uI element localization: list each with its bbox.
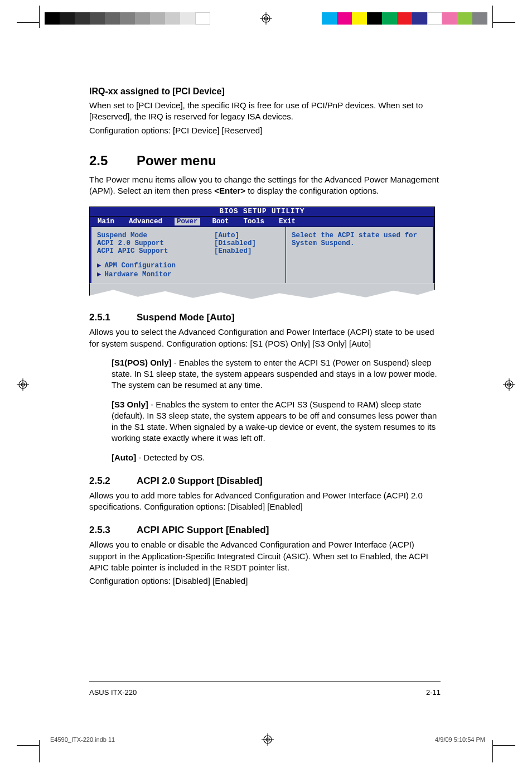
bios-tab-advanced: Advanced	[127, 218, 165, 225]
section-2-5-3-para2: Configuration options: [Disabled] [Enabl…	[89, 575, 441, 587]
irq-body-2: Configuration options: [PCI Device] [Res…	[89, 125, 441, 136]
section-2-5-2-title: 2.5.2ACPI 2.0 Support [Disabled]	[89, 476, 441, 487]
swatch	[412, 12, 427, 25]
option-s3: [S3 Only] - Enables the system to enter …	[112, 399, 441, 444]
swatch	[322, 12, 337, 25]
section-2-5-3-title: 2.5.3ACPI APIC Support [Enabled]	[89, 525, 441, 536]
section-num: 2.5.2	[89, 476, 137, 487]
bios-submenu-item: ▶Hardware Monitor	[97, 270, 280, 279]
enter-key-text: <Enter>	[214, 186, 245, 195]
swatch	[150, 12, 165, 25]
swatch	[165, 12, 180, 25]
bios-submenu-item: ▶APM Configuration	[97, 261, 280, 270]
bios-left-pane: Suspend Mode[Auto]ACPI 2.0 Support[Disab…	[90, 227, 286, 283]
bios-torn-edge	[89, 283, 435, 300]
bios-submenu-label: Hardware Monitor	[105, 271, 172, 279]
section-num: 2.5.3	[89, 525, 137, 536]
swatch	[427, 12, 442, 25]
swatch	[45, 12, 60, 25]
registration-mark-icon	[503, 378, 515, 391]
bios-title: BIOS SETUP UTILITY	[89, 207, 435, 216]
bios-setting-row: ACPI APIC Support[Enabled]	[97, 247, 280, 255]
section-name: ACPI 2.0 Support [Disabled]	[137, 476, 263, 486]
bios-tab-boot: Boot	[210, 218, 231, 225]
swatch	[457, 12, 472, 25]
swatch	[195, 12, 210, 25]
bios-tab-power: Power	[175, 218, 200, 225]
gray-color-bar	[45, 12, 210, 25]
swatch	[337, 12, 352, 25]
bios-setting-value: [Enabled]	[214, 247, 252, 255]
section-2-5-3-para1: Allows you to enable or disable the Adva…	[89, 539, 441, 573]
section-2-5-1-title: 2.5.1Suspend Mode [Auto]	[89, 312, 441, 323]
swatch	[90, 12, 105, 25]
swatch	[60, 12, 75, 25]
section-num: 2.5.1	[89, 312, 137, 323]
registration-mark-icon	[260, 12, 272, 25]
section-2-5-intro: The Power menu items allow you to change…	[89, 174, 441, 197]
bios-setting-value: [Auto]	[214, 232, 239, 239]
bios-setting-label: Suspend Mode	[97, 232, 214, 239]
section-name: ACPI APIC Support [Enabled]	[137, 525, 269, 535]
triangle-right-icon: ▶	[97, 262, 101, 270]
swatch	[367, 12, 382, 25]
swatch	[352, 12, 367, 25]
triangle-right-icon: ▶	[97, 271, 101, 279]
bios-tab-main: Main	[95, 218, 117, 225]
swatch	[120, 12, 135, 25]
section-num: 2.5	[89, 153, 137, 169]
footer-product: ASUS ITX-220	[89, 688, 137, 697]
swatch	[180, 12, 195, 25]
irq-heading: IRQ-xx assigned to [PCI Device]	[89, 87, 441, 97]
bios-setting-row: ACPI 2.0 Support[Disabled]	[97, 239, 280, 247]
bios-setting-label: ACPI APIC Support	[97, 247, 214, 255]
section-2-5-1-para: Allows you to select the Advanced Config…	[89, 327, 441, 349]
bios-tab-exit: Exit	[277, 218, 298, 225]
swatch	[135, 12, 150, 25]
page-content: IRQ-xx assigned to [PCI Device] When set…	[89, 87, 441, 589]
bios-help-pane: Select the ACPI state used for System Su…	[286, 227, 434, 283]
bios-screenshot: BIOS SETUP UTILITY MainAdvancedPowerBoot…	[89, 207, 435, 300]
swatch	[397, 12, 412, 25]
crop-marks-bottom	[0, 735, 532, 768]
section-name: Suspend Mode [Auto]	[137, 312, 235, 323]
bios-tab-tools: Tools	[241, 218, 267, 225]
section-name: Power menu	[137, 153, 216, 168]
bios-setting-value: [Disabled]	[214, 239, 256, 247]
swatch	[105, 12, 120, 25]
rgb-color-bar	[322, 12, 487, 25]
bios-menubar: MainAdvancedPowerBootToolsExit	[89, 216, 435, 227]
option-s1: [S1(POS) Only] - Enables the system to e…	[112, 357, 441, 391]
bios-setting-label: ACPI 2.0 Support	[97, 239, 214, 247]
option-auto: [Auto] - Detected by OS.	[112, 452, 441, 463]
registration-top	[0, 0, 532, 39]
swatch	[382, 12, 397, 25]
page-footer: ASUS ITX-220 2-11	[89, 681, 441, 697]
swatch	[75, 12, 90, 25]
footer-page-number: 2-11	[426, 688, 441, 697]
section-2-5-title: 2.5Power menu	[89, 153, 441, 169]
swatch	[442, 12, 457, 25]
bios-submenu-label: APM Configuration	[105, 262, 176, 270]
section-2-5-2-para: Allows you to add more tables for Advanc…	[89, 490, 441, 513]
irq-body-1: When set to [PCI Device], the specific I…	[89, 100, 441, 123]
bios-setting-row: Suspend Mode[Auto]	[97, 232, 280, 239]
swatch	[472, 12, 487, 25]
registration-mark-icon	[17, 378, 29, 391]
